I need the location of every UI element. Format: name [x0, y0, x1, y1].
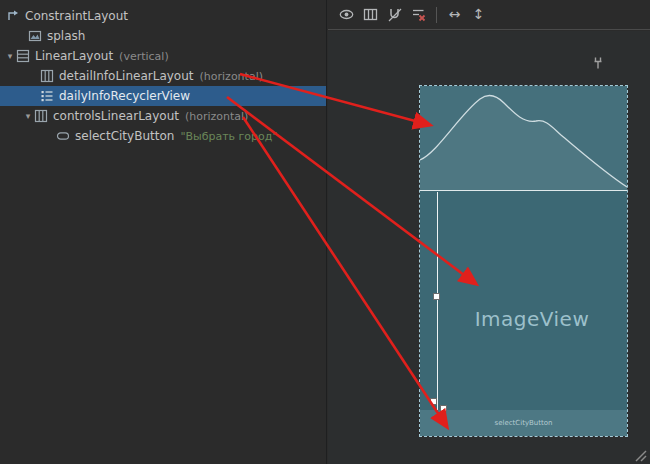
component-tree-panel: ConstraintLayout splash ▾ LinearLayout (…: [0, 0, 327, 464]
component-tree: ConstraintLayout splash ▾ LinearLayout (…: [0, 0, 326, 146]
constraint-layout-icon: [6, 9, 20, 23]
tree-item-annotation: (vertical): [119, 50, 169, 63]
tree-item-label: LinearLayout: [35, 49, 113, 63]
column-grid-icon[interactable]: [362, 6, 379, 23]
tree-item-label: controlsLinearLayout: [53, 109, 179, 123]
tree-item-annotation: (horizontal): [200, 70, 263, 83]
select-city-button-preview-label: selectCityButton: [495, 419, 553, 427]
tree-item-linearlayout[interactable]: ▾ LinearLayout (vertical): [0, 46, 326, 66]
vertical-arrow-glyph: ↕: [473, 6, 485, 23]
image-view-icon: [28, 29, 42, 43]
tree-item-string-value: "Выбрать город": [180, 130, 277, 143]
tree-item-annotation: (horizontal): [185, 110, 248, 123]
tree-item-splash[interactable]: splash: [0, 26, 326, 46]
select-city-button-preview[interactable]: selectCityButton: [420, 410, 627, 436]
image-view-label: ImageView: [437, 192, 627, 410]
tree-item-controlslinearlayout[interactable]: ▾ controlsLinearLayout (horizontal): [0, 106, 326, 126]
clear-constraints-icon[interactable]: [410, 6, 427, 23]
design-toolbar: ↔ ↕: [328, 0, 650, 30]
resize-grip[interactable]: [634, 448, 648, 462]
linear-layout-horizontal-icon: [34, 109, 48, 123]
chevron-down-icon[interactable]: ▾: [4, 46, 16, 66]
horizontal-arrow-glyph: ↔: [449, 6, 461, 23]
tree-item-label: splash: [47, 29, 85, 43]
tree-item-selectcitybutton[interactable]: selectCityButton "Выбрать город": [0, 126, 326, 146]
device-preview[interactable]: ImageView selectCityButton: [420, 86, 627, 436]
recycler-view-list-icon: [40, 89, 54, 103]
tree-item-label: dailyInfoRecyclerView: [59, 89, 190, 103]
tree-item-label: detailInfoLinearLayout: [59, 69, 194, 83]
button-icon: [56, 129, 70, 143]
magnet-off-icon[interactable]: [386, 6, 403, 23]
design-surface[interactable]: ImageView selectCityButton: [328, 31, 650, 464]
detail-info-chart-region[interactable]: [420, 86, 627, 191]
wrench-icon[interactable]: [591, 55, 605, 69]
chart-curve: [420, 86, 627, 190]
chevron-down-icon[interactable]: ▾: [22, 106, 34, 126]
selection-handle-bottom[interactable]: [440, 405, 447, 412]
tree-item-detailinfolinearlayout[interactable]: detailInfoLinearLayout (horizontal): [0, 66, 326, 86]
tree-item-label: selectCityButton: [75, 129, 174, 143]
selection-handle-bottom-left[interactable]: [430, 398, 437, 405]
selection-handle-middle[interactable]: [433, 293, 440, 300]
linear-layout-horizontal-icon: [40, 69, 54, 83]
toolbar-separator: [436, 7, 437, 23]
linear-layout-vertical-icon: [16, 49, 30, 63]
vertical-resize-icon[interactable]: ↕: [470, 6, 487, 23]
tree-item-constraintlayout[interactable]: ConstraintLayout: [0, 6, 326, 26]
tree-item-label: ConstraintLayout: [25, 9, 128, 23]
horizontal-resize-icon[interactable]: ↔: [446, 6, 463, 23]
tree-item-dailyinforecyclerview[interactable]: dailyInfoRecyclerView: [0, 86, 326, 106]
visibility-eye-icon[interactable]: [338, 6, 355, 23]
